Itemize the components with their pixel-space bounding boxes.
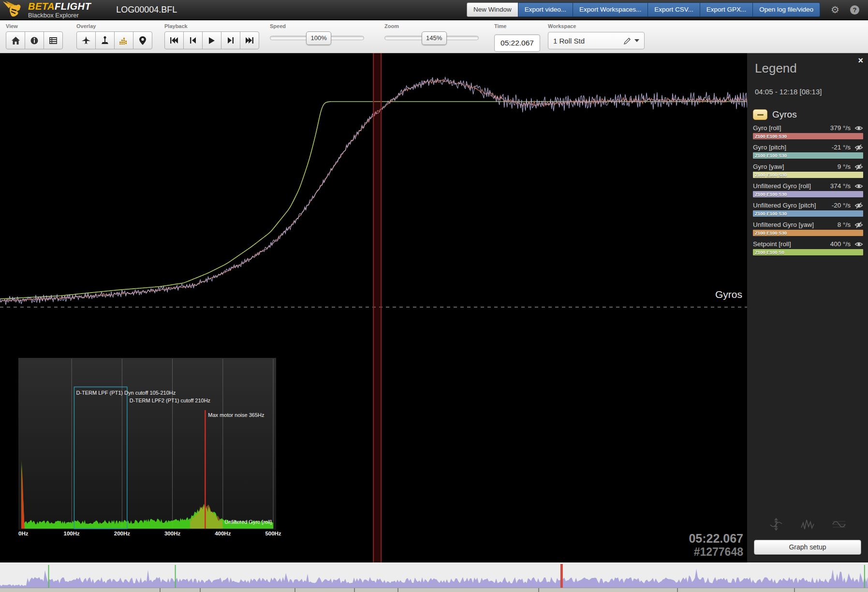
workspace-selector[interactable]: 1 Roll Std	[548, 32, 645, 49]
eye-slash-icon	[854, 222, 863, 228]
step-back-button[interactable]	[183, 31, 203, 49]
segment-divider	[794, 588, 795, 592]
field-settings-bar[interactable]: Z100 E100 S30	[753, 210, 863, 217]
field-visibility-toggle[interactable]	[854, 144, 863, 151]
field-value: 8 °/s	[838, 221, 851, 228]
seek-waveform	[0, 569, 868, 588]
collapse-group-button[interactable]	[753, 109, 767, 120]
gyro-graph[interactable]: D-TERM LPF (PT1) Dyn cutoff 105-210HzD-T…	[0, 53, 747, 562]
analyser-xtick: 300Hz	[164, 531, 180, 536]
blackbox-explorer-window: BETAFLIGHT Blackbox Explorer LOG00004.BF…	[0, 0, 868, 592]
pencil-icon	[624, 37, 631, 44]
seek-cursor[interactable]	[560, 564, 563, 588]
playback-group-label: Playback	[164, 23, 259, 29]
logo-wordmark: BETAFLIGHT	[28, 1, 91, 11]
table-icon	[49, 37, 57, 44]
field-name[interactable]: Setpoint [roll]	[753, 240, 830, 248]
legend-title: Legend	[755, 61, 868, 76]
field-name[interactable]: Gyro [roll]	[753, 124, 830, 132]
segment-divider	[677, 588, 678, 592]
map-pin-icon	[139, 36, 146, 45]
view-info-button[interactable]	[25, 31, 44, 49]
view-table-button[interactable]	[44, 31, 63, 49]
overlay-craft-button[interactable]	[76, 31, 96, 49]
eye-slash-icon	[854, 163, 863, 170]
export-workspaces-button[interactable]: Export Workspaces...	[573, 2, 648, 17]
jump-to-start-button[interactable]	[164, 31, 184, 49]
field-visibility-toggle[interactable]	[854, 125, 863, 132]
field-visibility-toggle[interactable]	[854, 183, 863, 190]
legend-field-row: Setpoint [roll] 400 °/s Z100 E100 S0	[753, 240, 863, 255]
field-visibility-toggle[interactable]	[854, 202, 863, 209]
export-csv-button[interactable]: Export CSV...	[647, 2, 700, 17]
field-name[interactable]: Unfiltered Gyro [roll]	[753, 182, 830, 190]
field-visibility-toggle[interactable]	[854, 163, 863, 170]
legend-field-row: Unfiltered Gyro [pitch] -20 °/s Z100 E10…	[753, 202, 863, 217]
header-bar: BETAFLIGHT Blackbox Explorer LOG00004.BF…	[0, 0, 868, 20]
view-group: View	[6, 23, 63, 49]
field-visibility-toggle[interactable]	[854, 241, 863, 248]
field-name[interactable]: Gyro [pitch]	[753, 144, 832, 151]
seekbar[interactable]	[0, 562, 868, 588]
info-icon	[30, 37, 38, 44]
workspace-value: 1 Roll Std	[553, 37, 624, 45]
view-home-button[interactable]	[6, 31, 25, 49]
export-video-button[interactable]: Export video...	[518, 2, 573, 17]
overlay-sticks-button[interactable]	[95, 31, 115, 49]
field-settings-bar[interactable]: Z100 E100 S0	[753, 249, 863, 255]
overlay-analyser-button[interactable]	[114, 31, 133, 49]
speed-group: Speed 100%	[270, 23, 364, 40]
zoom-slider-handle[interactable]: 145%	[422, 31, 447, 45]
field-settings-bar[interactable]: Z100 E100 S30	[753, 133, 863, 139]
speed-slider-handle[interactable]: 100%	[306, 31, 331, 45]
field-name[interactable]: Unfiltered Gyro [pitch]	[753, 202, 832, 209]
field-settings-bar[interactable]: Z100 E100 S30	[753, 230, 863, 236]
field-visibility-toggle[interactable]	[854, 222, 863, 228]
overlay-group-label: Overlay	[76, 23, 152, 29]
cursor-time-readout: 05:22.067 #1277648	[689, 532, 743, 559]
step-forward-button[interactable]	[221, 31, 240, 49]
segment-divider	[354, 588, 355, 592]
field-settings-bar[interactable]: Z100 E100 S30	[753, 191, 863, 197]
help-icon[interactable]: ?	[850, 5, 859, 15]
legend-group-row[interactable]: Gyros	[753, 109, 868, 120]
home-icon	[12, 37, 20, 44]
field-value: 374 °/s	[830, 182, 851, 190]
log-segment-strip[interactable]	[0, 588, 868, 592]
segment-divider	[200, 588, 201, 592]
legend-tools	[747, 516, 868, 533]
close-icon[interactable]: ×	[858, 56, 863, 65]
graph-setup-button[interactable]: Graph setup	[754, 540, 861, 555]
legend-field-row: Unfiltered Gyro [roll] 374 °/s Z100 E100…	[753, 182, 863, 197]
field-value: 400 °/s	[830, 240, 851, 248]
overlay-map-button[interactable]	[133, 31, 152, 49]
playback-group: Playback	[164, 23, 259, 49]
eye-slash-icon	[854, 144, 863, 151]
overlay-group: Overlay	[76, 23, 152, 49]
eye-slash-icon	[854, 202, 863, 209]
workspace-group-label: Workspace	[548, 23, 645, 29]
open-log-file-button[interactable]: Open log file/video	[752, 2, 820, 17]
analyser-xtick: 200Hz	[114, 531, 130, 536]
field-settings-bar[interactable]: Z100 E100 S30	[753, 152, 863, 159]
segment-divider	[160, 588, 161, 592]
raw-trace-icon[interactable]	[799, 516, 816, 533]
settings-gear-icon[interactable]: ⚙	[831, 4, 839, 15]
expand-vertical-icon[interactable]	[768, 516, 784, 533]
dterm-lpf-label: D-TERM LPF (PT1) Dyn cutoff 105-210Hz	[76, 390, 176, 396]
play-pause-button[interactable]	[202, 31, 221, 49]
field-name[interactable]: Gyro [yaw]	[753, 163, 838, 170]
field-settings-bar[interactable]: Z100 E100 S30	[753, 172, 863, 178]
time-input[interactable]	[494, 34, 540, 52]
zoom-slider[interactable]: 145%	[384, 36, 479, 40]
jump-to-end-button[interactable]	[240, 31, 259, 49]
smoothed-trace-icon[interactable]	[831, 516, 847, 533]
speed-group-label: Speed	[270, 23, 364, 29]
legend-field-row: Gyro [yaw] 9 °/s Z100 E100 S30	[753, 163, 863, 178]
export-gpx-button[interactable]: Export GPX...	[700, 2, 753, 17]
speed-slider[interactable]: 100%	[270, 36, 364, 40]
time-group: Time	[494, 23, 540, 52]
new-window-button[interactable]: New Window	[467, 2, 518, 17]
field-name[interactable]: Unfiltered Gyro [yaw]	[753, 221, 838, 228]
plane-icon	[82, 36, 90, 45]
